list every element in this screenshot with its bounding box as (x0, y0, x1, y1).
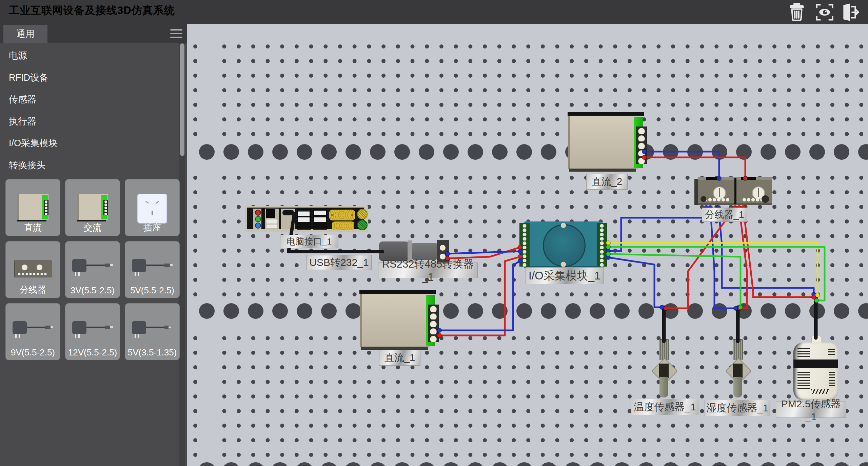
hum-sensor-connector[interactable] (733, 364, 743, 378)
palette-item-dc[interactable]: 直流 (5, 179, 60, 236)
tab-general[interactable]: 通用 (3, 25, 47, 43)
dc1-shadow (361, 347, 428, 350)
device-splitter[interactable] (694, 177, 772, 206)
device-io-module[interactable] (519, 221, 607, 268)
usb-block-2[interactable] (313, 209, 327, 230)
dc-psu-thumbnail (17, 194, 48, 220)
category-adapter[interactable]: 转换接头 (0, 154, 179, 176)
splitter-ports-left[interactable] (704, 198, 730, 202)
category-rfid[interactable]: RFID设备 (0, 67, 179, 89)
splitter-divider (734, 178, 736, 204)
usb-block-1[interactable] (297, 209, 311, 230)
splitter-notch (741, 177, 756, 180)
category-sensor[interactable]: 传感器 (0, 89, 179, 111)
io-left-terminals[interactable] (519, 223, 530, 267)
label-pm25-sensor: PM2.5传感器_1 (776, 402, 846, 418)
dc1-top-rail (359, 290, 436, 294)
component-palette: 直流 交流 插座 分线器 3V(5.5-2.5) (5, 179, 180, 360)
label-splitter: 分线器_1 (702, 208, 747, 222)
io-right-terminals[interactable] (597, 223, 607, 267)
header-bar: 工业互联网设备及接线3D仿真系统 (0, 0, 868, 24)
round-port-green[interactable] (357, 220, 368, 230)
palette-item-3v[interactable]: 3V(5.5-2.5) (65, 241, 120, 298)
label-pc-panel: 电脑接口_1 (280, 235, 338, 248)
round-port-yellow[interactable] (357, 209, 368, 219)
palette-item-5v[interactable]: 5V(5.5-2.5) (125, 241, 180, 298)
dc2-top-rail (568, 112, 644, 116)
socket-thumbnail (138, 194, 166, 223)
splitter-knob-left[interactable] (713, 187, 726, 199)
usb-slot[interactable] (267, 219, 277, 224)
label-rs485: RS232转485转换器_1 (378, 263, 478, 278)
palette-item-ac[interactable]: 交流 (65, 179, 120, 236)
splitter-hole-right (762, 195, 769, 203)
usb-slot[interactable] (267, 225, 277, 228)
label-dc2: 直流_2 (586, 174, 628, 190)
oval-port[interactable] (282, 210, 294, 215)
category-io-module[interactable]: I/O采集模块 (0, 132, 179, 154)
adapter-thumbnail (132, 321, 173, 340)
app-title: 工业互联网设备及接线3D仿真系统 (9, 0, 175, 24)
serial-port-2[interactable] (332, 221, 354, 230)
adapter-thumbnail (72, 321, 113, 340)
hum-sensor-grip (733, 339, 743, 360)
pm25-body (793, 343, 838, 400)
category-power[interactable]: 电源 (0, 45, 179, 67)
dc2-body (568, 116, 638, 169)
audio-jack-green[interactable] (255, 216, 261, 222)
ac-psu-thumbnail (77, 194, 108, 220)
hum-sensor-probe (733, 377, 742, 397)
io-module-dome (543, 224, 586, 267)
label-hum-sensor: 湿度传感器_1 (705, 400, 770, 416)
device-dc-power-2[interactable] (568, 112, 648, 172)
adapter-thumbnail (72, 259, 113, 278)
dc2-terminals[interactable] (636, 127, 647, 164)
dc1-body (360, 294, 430, 347)
palette-item-12v[interactable]: 12V(5.5-2.5) (65, 303, 120, 360)
dc2-shadow (569, 169, 636, 172)
palette-item-5v-small[interactable]: 5V(3.5-1.35) (125, 303, 180, 360)
temp-sensor-probe (659, 377, 668, 397)
preview-eye-icon[interactable] (815, 3, 834, 22)
io-screw-bottom (560, 261, 566, 267)
device-dc-power-1[interactable] (359, 290, 439, 350)
splitter-hole-left (701, 196, 707, 202)
trash-icon[interactable] (787, 3, 806, 22)
simulation-app: 电脑接口_1 USB转232_1 RS232转485转换器_1 直流_1 直流_… (0, 0, 868, 466)
cable-port[interactable] (266, 209, 275, 218)
exit-icon[interactable] (840, 3, 859, 22)
menu-icon[interactable] (170, 29, 182, 39)
splitter-notch (706, 177, 721, 180)
palette-item-splitter[interactable]: 分线器 (5, 241, 60, 298)
audio-jack-red[interactable] (255, 210, 261, 216)
adapter-thumbnail (13, 321, 53, 340)
category-actuator[interactable]: 执行器 (0, 111, 179, 133)
splitter-thumbnail (14, 260, 52, 277)
dc1-terminals[interactable] (428, 305, 439, 342)
io-screw-top (560, 222, 566, 228)
temp-sensor-connector[interactable] (659, 364, 669, 378)
device-pc-panel[interactable] (245, 206, 368, 232)
serial-port-1[interactable] (329, 210, 355, 220)
label-io-module: I/O采集模块_1 (526, 267, 604, 284)
sidebar-scrollbar-thumb[interactable] (180, 43, 184, 156)
label-usb232: USB转232_1 (307, 255, 372, 270)
category-list: 电源 RFID设备 传感器 执行器 I/O采集模块 转换接头 (0, 45, 179, 176)
palette-item-socket[interactable]: 插座 (125, 179, 180, 236)
audio-jack-blue[interactable] (255, 222, 261, 229)
temp-sensor-grip (659, 339, 669, 360)
label-temp-sensor: 温度传感器_1 (631, 399, 699, 415)
palette-item-9v[interactable]: 9V(5.5-2.5) (5, 303, 60, 360)
label-dc1: 直流_1 (379, 350, 420, 366)
adapter-thumbnail (132, 259, 173, 278)
